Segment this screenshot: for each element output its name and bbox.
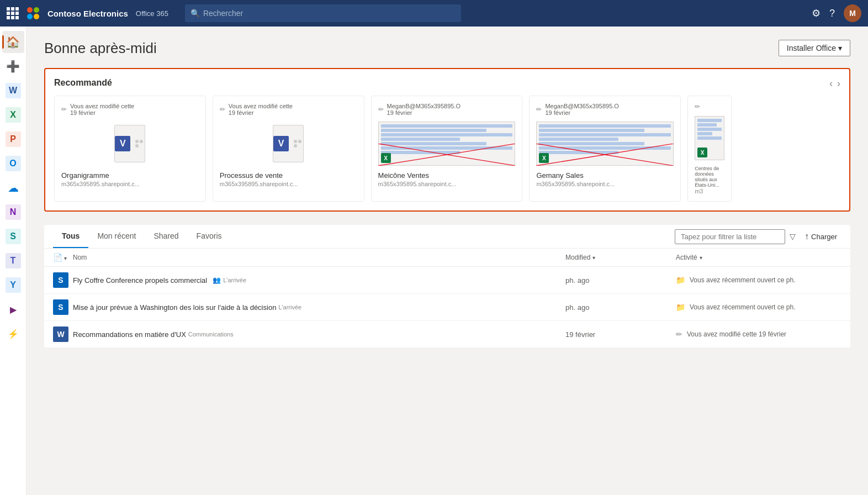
visio-badge-icon-1: V [273,136,289,151]
upload-button[interactable]: ↑ Charger [800,229,841,244]
rec-card-author-0: Vous avez modifié cette [70,103,134,109]
svg-point-1 [34,7,39,13]
file-list-section: Tous Mon récent Shared Favoris ▽ ↑ Charg… [44,225,850,348]
file-info-2: Recommandations en matière d'UX Communic… [73,330,565,339]
rec-card-icon-area-2: X [378,122,516,166]
recommended-prev-button[interactable]: ‹ [829,78,833,89]
rec-card-icon-area: V [61,122,199,166]
chevron-sort-icon[interactable]: ▾ [64,255,67,261]
rec-card-date-0: 19 février [70,109,134,116]
gear-dots-icon [134,138,145,149]
sidebar-item-excel[interactable]: X [2,104,24,126]
rec-card-meicone[interactable]: ✏ MeganB@M365x395895.O 19 février [371,96,523,202]
onenote-icon: N [6,204,21,220]
page-header: Bonne après-midi Installer Office ▾ [44,40,850,57]
powerautomate-icon: ⚡ [8,329,19,339]
file-location-1: L'arrivée [278,304,301,310]
filter-input[interactable] [675,229,785,244]
user-avatar[interactable]: M [844,4,861,22]
word-icon: W [6,83,21,98]
search-icon: 🔍 [190,9,200,18]
sidebar-item-stream[interactable]: ▶ [2,298,24,320]
excel-small-icon-3: X [539,153,549,163]
filter-icon[interactable]: ▽ [790,232,796,241]
page-title: Bonne après-midi [44,40,157,57]
recommended-nav: ‹ › [829,78,840,89]
rec-card-author-1: Vous avez modifié cette [229,103,293,109]
help-icon[interactable]: ? [829,8,835,19]
file-location-0: L'arrivée [223,277,246,283]
excel-icon: X [6,107,21,123]
col-modified-header[interactable]: Modified ▾ [565,254,676,261]
pencil-icon-3: ✏ [536,106,542,113]
svg-point-2 [27,14,33,19]
sidebar-item-sharepoint[interactable]: S [2,225,24,247]
tab-tous[interactable]: Tous [53,225,88,248]
sidebar-item-word[interactable]: W [2,80,24,102]
sidebar-item-onedrive[interactable]: ☁ [2,177,24,199]
svg-point-6 [135,144,139,148]
rec-card-author-3: MeganB@M365x395895.O [545,103,618,109]
table-row[interactable]: W Recommandations en matière d'UX Commun… [44,321,850,348]
search-input[interactable] [203,9,456,18]
waffle-menu[interactable] [7,7,19,19]
sidebar-item-yammer[interactable]: Y [2,274,24,296]
col-activity-header[interactable]: Activité ▾ [676,254,841,261]
rec-card-organigramme[interactable]: ✏ Vous avez modifié cette 19 février V [54,96,206,202]
excel-preview-2: X [378,122,516,166]
name-col-label: Nom [73,254,87,261]
modified-col-label: Modified [565,254,590,261]
file-info-1: Mise à jour prévue à Washington des lois… [73,303,565,312]
sidebar-item-add[interactable]: ➕ [2,55,24,77]
tabs-row: Tous Mon récent Shared Favoris ▽ ↑ Charg… [44,225,850,249]
app-logo-icon [24,4,42,22]
sidebar-item-teams[interactable]: T [2,250,24,272]
rec-card-meta: ✏ Vous avez modifié cette 19 février [61,103,199,116]
install-office-button[interactable]: Installer Office ▾ [779,40,850,56]
product-name: Office 365 [136,9,168,18]
install-office-label: Installer Office [787,44,836,52]
svg-point-4 [135,140,139,143]
col-name-header[interactable]: Nom [73,254,565,261]
rec-card-processus[interactable]: ✏ Vous avez modifié cette 19 février V [213,96,364,202]
visio-file-bg: V [114,125,145,162]
rec-card-date-3: 19 février [545,109,618,116]
rec-card-url-0: m365x395895.sharepoint.c... [61,181,199,187]
rec-card-gemany[interactable]: ✏ MeganB@M365x395895.O 19 février [529,96,681,202]
settings-icon[interactable]: ⚙ [812,7,821,19]
recommended-title: Recommandé [54,78,840,88]
teams-icon: T [6,253,21,268]
excel-preview-4: X [695,116,724,160]
sidebar-item-outlook[interactable]: O [2,152,24,175]
tab-recent[interactable]: Mon récent [88,225,145,248]
chevron-down-icon: ▾ [838,44,842,52]
file-icon-wrap-1: S [53,299,73,315]
pencil-activity-icon-2: ✏ [676,330,682,339]
recommended-next-button[interactable]: › [837,78,840,89]
file-icon-wrap-0: S [53,272,73,288]
sidebar-item-home[interactable]: 🏠 [2,31,24,53]
rec-card-meta-2: ✏ MeganB@M365x395895.O 19 février [378,103,516,116]
rec-card-meta-1: ✏ Vous avez modifié cette 19 février [220,103,357,116]
search-box[interactable]: 🔍 [185,4,461,22]
rec-card-caption-4: Centres de données situés aux États-Uni.… [695,166,724,188]
rec-card-partial[interactable]: ✏ X [687,96,732,202]
svg-point-3 [34,14,39,19]
rec-card-name-2: Meicône Ventes [378,171,516,180]
sidebar-item-powerpoint[interactable]: P [2,128,24,150]
tab-favoris[interactable]: Favoris [188,225,231,248]
recommended-cards: ✏ Vous avez modifié cette 19 février V [54,96,840,202]
app-name: Contoso Electronics [47,9,128,18]
table-row[interactable]: S Fly Coffre Conference propels commerci… [44,267,850,294]
rec-card-meta-3: ✏ MeganB@M365x395895.O 19 février [536,103,674,116]
nav-actions: ⚙ ? M [812,4,861,22]
top-navigation: Contoso Electronics Office 365 🔍 ⚙ ? M [0,0,868,27]
tab-shared[interactable]: Shared [145,225,187,248]
sidebar-item-powerautomate[interactable]: ⚡ [2,323,24,345]
file-activity-text-1: Vous avez récemment ouvert ce ph. [690,303,795,311]
file-activity-text-2: Vous avez modifié cette 19 février [687,330,786,338]
rec-card-author-2: MeganB@M365x395895.O [387,103,461,109]
sidebar-item-onenote[interactable]: N [2,201,24,223]
rec-card-meta-4: ✏ [695,103,724,110]
table-row[interactable]: S Mise à jour prévue à Washington des lo… [44,294,850,321]
